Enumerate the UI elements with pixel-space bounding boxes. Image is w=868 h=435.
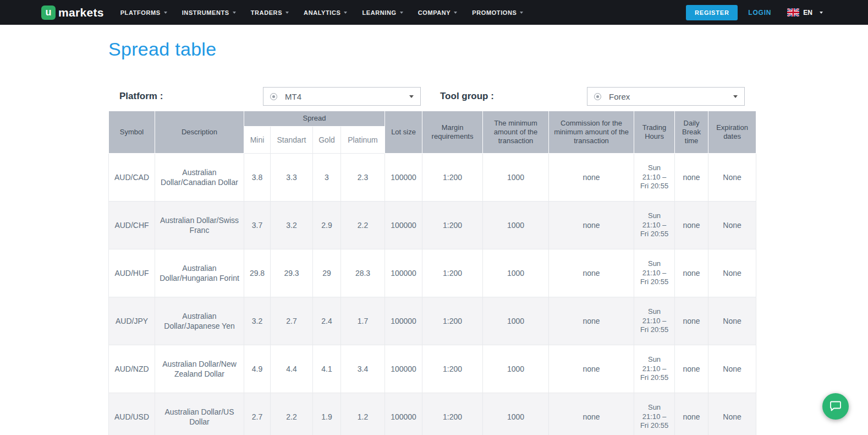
tool-group-select[interactable]: Forex <box>587 87 745 106</box>
cell-commission: none <box>549 154 634 202</box>
cell-description: Australian Dollar/Hungarian Forint <box>155 249 244 297</box>
nav-item-label: TRADERS <box>251 9 282 16</box>
nav-item-learning[interactable]: LEARNING <box>362 9 403 16</box>
cell-commission: none <box>549 297 634 345</box>
cell-margin: 1:200 <box>422 297 483 345</box>
cell-min-amount: 1000 <box>483 154 549 202</box>
radio-icon <box>594 93 601 100</box>
table-header: Symbol Description Spread Lot size Margi… <box>109 111 756 154</box>
chevron-down-icon <box>164 12 167 14</box>
header-margin: Margin requirements <box>422 111 483 154</box>
cell-commission: none <box>549 249 634 297</box>
login-link[interactable]: LOGIN <box>748 9 771 17</box>
logo-text: markets <box>58 6 104 19</box>
cell-trading-hours: Sun 21:10 – Fri 20:55 <box>634 249 675 297</box>
nav-item-label: PLATFORMS <box>120 9 161 16</box>
nav-item-label: ANALYTICS <box>304 9 340 16</box>
nav-item-label: PROMOTIONS <box>472 9 517 16</box>
table-row: AUD/CHF Australian Dollar/Swiss Franc 3.… <box>109 202 756 249</box>
cell-spread-standart: 2.2 <box>271 393 313 435</box>
cell-lot-size: 100000 <box>385 393 422 435</box>
cell-spread-mini: 4.9 <box>244 345 271 393</box>
cell-spread-mini: 29.8 <box>244 249 271 297</box>
chevron-down-icon <box>400 12 403 14</box>
cell-spread-standart: 29.3 <box>271 249 313 297</box>
cell-description: Australian Dollar/Canadian Dollar <box>155 154 244 202</box>
cell-expiration: None <box>708 393 756 435</box>
logo[interactable]: u markets <box>41 6 104 20</box>
header-spread-gold: Gold <box>313 127 341 154</box>
cell-description: Australian Dollar/New Zealand Dollar <box>155 345 244 393</box>
cell-description: Australian Dollar/Japanese Yen <box>155 297 244 345</box>
cell-margin: 1:200 <box>422 249 483 297</box>
cell-daily-break: none <box>675 154 708 202</box>
language-selector[interactable]: EN <box>787 8 823 17</box>
cell-lot-size: 100000 <box>385 345 422 393</box>
cell-lot-size: 100000 <box>385 202 422 249</box>
cell-spread-gold: 2.9 <box>313 202 341 249</box>
cell-daily-break: none <box>675 202 708 249</box>
cell-spread-gold: 2.4 <box>313 297 341 345</box>
cell-daily-break: none <box>675 393 708 435</box>
cell-expiration: None <box>708 345 756 393</box>
header-lot-size: Lot size <box>385 111 422 154</box>
cell-trading-hours: Sun 21:10 – Fri 20:55 <box>634 393 675 435</box>
cell-spread-gold: 4.1 <box>313 345 341 393</box>
nav-item-traders[interactable]: TRADERS <box>251 9 289 16</box>
chevron-down-icon <box>820 12 823 14</box>
header-description: Description <box>155 111 244 154</box>
table-row: AUD/JPY Australian Dollar/Japanese Yen 3… <box>109 297 756 345</box>
nav-item-label: INSTRUMENTS <box>182 9 229 16</box>
cell-spread-platinum: 3.4 <box>341 345 385 393</box>
cell-spread-gold: 1.9 <box>313 393 341 435</box>
chevron-down-icon <box>344 12 347 14</box>
page-content: Spread table Platform : MT4 Tool group :… <box>108 40 756 435</box>
nav-item-company[interactable]: COMPANY <box>418 9 458 16</box>
uk-flag-icon <box>787 8 799 17</box>
cell-symbol: AUD/HUF <box>109 249 155 297</box>
nav-item-label: LEARNING <box>362 9 396 16</box>
cell-margin: 1:200 <box>422 154 483 202</box>
chat-button[interactable] <box>822 393 849 420</box>
register-button[interactable]: REGISTER <box>686 5 738 20</box>
nav-item-platforms[interactable]: PLATFORMS <box>120 9 167 16</box>
cell-commission: none <box>549 393 634 435</box>
main-nav: PLATFORMS INSTRUMENTS TRADERS ANALYTICS … <box>120 9 524 16</box>
cell-spread-standart: 4.4 <box>271 345 313 393</box>
cell-expiration: None <box>708 154 756 202</box>
chat-bubble-icon <box>829 399 842 414</box>
cell-min-amount: 1000 <box>483 345 549 393</box>
cell-spread-platinum: 2.3 <box>341 154 385 202</box>
cell-daily-break: none <box>675 249 708 297</box>
cell-expiration: None <box>708 202 756 249</box>
cell-spread-gold: 29 <box>313 249 341 297</box>
cell-spread-standart: 2.7 <box>271 297 313 345</box>
header-spread: Spread <box>244 111 385 127</box>
cell-symbol: AUD/JPY <box>109 297 155 345</box>
nav-item-instruments[interactable]: INSTRUMENTS <box>182 9 236 16</box>
cell-commission: none <box>549 345 634 393</box>
radio-icon <box>270 93 277 100</box>
platform-label: Platform : <box>119 91 163 102</box>
cell-description: Australian Dollar/Swiss Franc <box>155 202 244 249</box>
header-spread-mini: Mini <box>244 127 271 154</box>
platform-select[interactable]: MT4 <box>263 87 421 106</box>
cell-lot-size: 100000 <box>385 249 422 297</box>
cell-daily-break: none <box>675 345 708 393</box>
cell-symbol: AUD/CHF <box>109 202 155 249</box>
header-commission: Commission for the minimum amount of the… <box>549 111 634 154</box>
cell-trading-hours: Sun 21:10 – Fri 20:55 <box>634 202 675 249</box>
cell-min-amount: 1000 <box>483 297 549 345</box>
platform-select-value: MT4 <box>285 92 301 101</box>
cell-spread-platinum: 1.7 <box>341 297 385 345</box>
header-spread-standart: Standart <box>271 127 313 154</box>
top-navbar: u markets PLATFORMS INSTRUMENTS TRADERS … <box>0 0 868 25</box>
page-title: Spread table <box>108 40 756 58</box>
cell-symbol: AUD/USD <box>109 393 155 435</box>
cell-description: Australian Dollar/US Dollar <box>155 393 244 435</box>
nav-item-analytics[interactable]: ANALYTICS <box>304 9 347 16</box>
chevron-down-icon <box>285 12 289 14</box>
cell-lot-size: 100000 <box>385 297 422 345</box>
header-trading-hours: Trading Hours <box>634 111 675 154</box>
nav-item-promotions[interactable]: PROMOTIONS <box>472 9 523 16</box>
